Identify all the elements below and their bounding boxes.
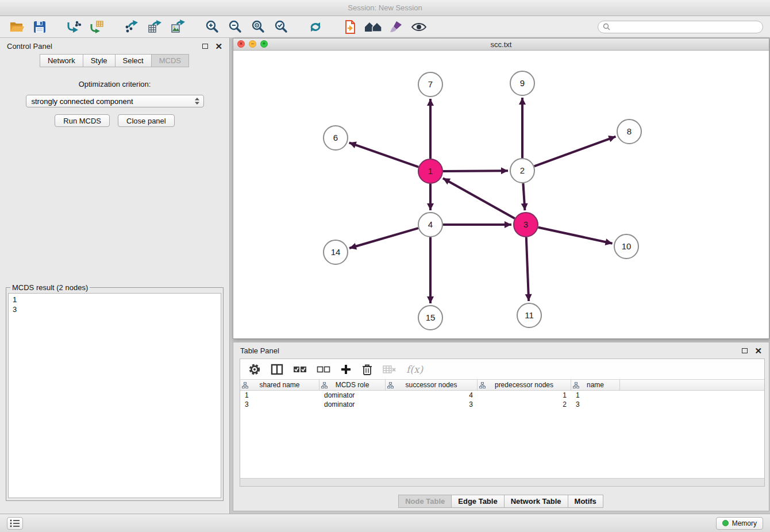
save-session-button[interactable]	[30, 18, 49, 36]
table-row[interactable]: 3dominator323	[240, 400, 764, 409]
mcds-result-text[interactable]: 1 3	[8, 293, 221, 498]
edge-2-8[interactable]	[534, 137, 616, 167]
open-file-button[interactable]	[7, 18, 26, 36]
table-cell[interactable]: 3	[240, 400, 319, 409]
graph-node-4[interactable]: 4	[418, 213, 442, 237]
network-window-title: scc.txt	[491, 40, 512, 49]
table-cell[interactable]: dominator	[319, 391, 386, 400]
column-header-name[interactable]: name	[571, 380, 620, 390]
node-label: 9	[520, 78, 525, 88]
mcds-result-title: MCDS result (2 nodes)	[10, 283, 90, 292]
zoom-in-button[interactable]	[202, 18, 221, 36]
graph-node-6[interactable]: 6	[324, 126, 348, 150]
column-type-icon	[573, 382, 579, 388]
tab-network[interactable]: Network	[40, 54, 83, 67]
graph-node-3[interactable]: 3	[514, 213, 538, 237]
column-header-predecessor-nodes[interactable]: predecessor nodes	[478, 380, 571, 390]
toggle-graphics-button[interactable]	[409, 18, 428, 36]
close-panel-icon[interactable]: ✕	[215, 42, 222, 51]
graph-node-9[interactable]: 9	[510, 71, 534, 95]
zoom-out-button[interactable]	[225, 18, 244, 36]
edge-4-14[interactable]	[349, 228, 418, 248]
select-all-icon	[293, 364, 307, 375]
tab-mcds[interactable]: MCDS	[151, 54, 189, 67]
table-cell[interactable]: 2	[478, 400, 571, 409]
search-input[interactable]	[613, 22, 758, 32]
zoom-selected-button[interactable]	[271, 18, 290, 36]
export-network-icon	[124, 20, 139, 34]
edge-3-10[interactable]	[538, 228, 613, 244]
table-cell[interactable]: dominator	[319, 400, 386, 409]
table-header-row: shared nameMCDS rolesuccessor nodesprede…	[240, 380, 764, 391]
delete-row-button[interactable]	[361, 363, 373, 376]
window-close-button[interactable]: ×	[237, 40, 245, 48]
memory-button[interactable]: Memory	[716, 517, 763, 530]
edge-3-1[interactable]	[443, 178, 515, 218]
export-image-button[interactable]	[168, 18, 187, 36]
table-cell[interactable]: 1	[571, 391, 620, 400]
refresh-layout-button[interactable]	[306, 18, 325, 36]
table-cell[interactable]: 4	[386, 391, 478, 400]
float-table-panel-icon[interactable]	[742, 348, 748, 353]
command-list-button[interactable]	[7, 517, 23, 530]
graph-node-2[interactable]: 2	[510, 159, 534, 183]
tab-network-table[interactable]: Network Table	[504, 495, 568, 508]
table-cell[interactable]: 1	[240, 391, 319, 400]
search-field[interactable]	[598, 21, 763, 33]
import-table-button[interactable]	[87, 18, 106, 36]
graph-node-15[interactable]: 15	[418, 306, 442, 330]
column-type-icon	[479, 382, 486, 388]
export-table-button[interactable]	[145, 18, 164, 36]
edge-2-3[interactable]	[523, 183, 525, 210]
export-network-button[interactable]	[122, 18, 141, 36]
go-home-button[interactable]	[363, 18, 382, 36]
graph-node-7[interactable]: 7	[418, 72, 442, 97]
network-view-window: × − + scc.txt 7968124314101511	[233, 38, 769, 339]
window-zoom-button[interactable]: +	[260, 40, 268, 48]
edge-3-11[interactable]	[526, 237, 529, 301]
unselect-all-button[interactable]	[317, 364, 330, 375]
graph-node-14[interactable]: 14	[324, 240, 348, 264]
table-row[interactable]: 1dominator411	[240, 391, 764, 400]
column-header-successor-nodes[interactable]: successor nodes	[386, 380, 478, 390]
close-table-panel-icon[interactable]: ✕	[754, 346, 762, 355]
edge-1-6[interactable]	[349, 142, 419, 167]
table-cell[interactable]: 3	[386, 400, 478, 409]
select-all-button[interactable]	[293, 364, 307, 375]
float-panel-icon[interactable]	[202, 44, 208, 49]
control-panel: Control Panel ✕ NetworkStyleSelectMCDS O…	[0, 38, 230, 514]
export-document-button[interactable]	[340, 18, 359, 36]
edge-1-2[interactable]	[443, 171, 508, 171]
column-header-shared-name[interactable]: shared name	[240, 380, 319, 390]
tab-style[interactable]: Style	[83, 54, 116, 67]
import-network-button[interactable]	[64, 18, 83, 36]
control-panel-header: Control Panel ✕	[0, 38, 229, 54]
table-cell[interactable]: 3	[571, 400, 620, 409]
show-columns-button[interactable]	[271, 363, 283, 376]
close-panel-button[interactable]: Close panel	[118, 114, 175, 127]
tab-motifs[interactable]: Motifs	[568, 495, 603, 508]
network-window-titlebar[interactable]: × − + scc.txt	[233, 38, 769, 51]
delete-column-button[interactable]	[383, 364, 396, 375]
column-header-MCDS-role[interactable]: MCDS role	[319, 380, 386, 390]
zoom-fit-button[interactable]	[248, 18, 267, 36]
graph-node-1[interactable]: 1	[418, 159, 442, 183]
criterion-dropdown-value: strongly connected component	[32, 97, 194, 106]
graph-node-10[interactable]: 10	[614, 234, 638, 259]
tab-edge-table[interactable]: Edge Table	[451, 495, 504, 508]
criterion-dropdown[interactable]: strongly connected component	[26, 95, 204, 107]
apply-function-button[interactable]: f(x)	[406, 364, 423, 375]
add-row-button[interactable]	[340, 364, 352, 375]
tab-select[interactable]: Select	[115, 54, 152, 67]
run-mcds-button[interactable]: Run MCDS	[55, 114, 110, 127]
window-minimize-button[interactable]: −	[249, 40, 256, 48]
network-canvas[interactable]: 7968124314101511	[233, 51, 769, 338]
table-horizontal-scrollbar[interactable]	[240, 478, 764, 486]
apply-style-button[interactable]	[386, 18, 405, 36]
table-cell[interactable]: 1	[478, 391, 571, 400]
tab-node-table[interactable]: Node Table	[398, 495, 452, 508]
table-settings-button[interactable]	[248, 363, 261, 376]
graph-node-8[interactable]: 8	[617, 119, 641, 144]
graph-node-11[interactable]: 11	[517, 303, 541, 327]
network-graph[interactable]: 7968124314101511	[233, 51, 769, 338]
